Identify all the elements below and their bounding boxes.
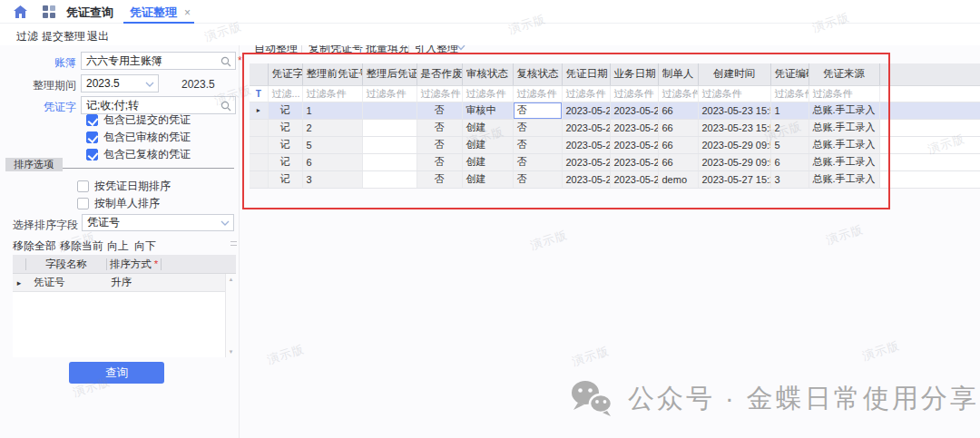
- checkbox-include-submitted[interactable]: 包含已提交的凭证: [86, 112, 191, 128]
- tab-bar: 凭证查询 凭证整理×: [0, 0, 980, 24]
- filter-cell[interactable]: 过滤条件: [770, 85, 808, 102]
- remove-all-button[interactable]: 移除全部: [13, 238, 56, 254]
- col-header[interactable]: 复核状态: [513, 63, 562, 85]
- filter-icon[interactable]: T: [250, 85, 268, 102]
- table-row[interactable]: 记 3 否 创建 否 2023-05-23 2023-05-23 demo 20…: [250, 170, 980, 188]
- filter-cell[interactable]: 过滤条件: [302, 85, 362, 102]
- col-header[interactable]: 整理前凭证号: [302, 63, 362, 85]
- close-icon[interactable]: ×: [184, 6, 191, 19]
- sort-fields-grid: 字段名称 排序方式 * ▸ 凭证号 升序 ▴▾: [13, 255, 236, 357]
- submit-organize-button[interactable]: 提交整理: [42, 29, 85, 44]
- account-book-label: 账簿: [0, 55, 76, 71]
- period-display: 2023.5: [181, 78, 215, 91]
- col-header[interactable]: 凭证字: [268, 63, 302, 85]
- sort-grid-header-field[interactable]: 字段名称: [25, 258, 106, 270]
- required-mark: *: [238, 54, 242, 67]
- chevron-down-icon[interactable]: [220, 218, 230, 229]
- sort-field-select[interactable]: 凭证号: [82, 214, 234, 231]
- filter-cell[interactable]: 过滤...: [268, 85, 302, 102]
- col-header[interactable]: 制单人: [658, 63, 698, 85]
- checkbox-icon: [86, 114, 98, 126]
- active-tab-underline: [123, 22, 194, 24]
- footer-text: 公众号 · 金蝶日常使用分享: [628, 381, 979, 417]
- col-header[interactable]: 凭证日期: [562, 63, 610, 85]
- move-up-button[interactable]: 向上: [107, 238, 129, 254]
- period-select[interactable]: 2023.5: [81, 74, 159, 92]
- query-button[interactable]: 查询: [69, 362, 164, 384]
- apps-grid-icon[interactable]: [43, 5, 55, 18]
- col-header[interactable]: 凭证编码: [770, 63, 808, 85]
- tab-voucher-query[interactable]: 凭证查询: [66, 5, 113, 21]
- checkbox-icon: [77, 198, 89, 209]
- voucher-word-field[interactable]: 记;收;付;转: [81, 96, 236, 114]
- search-icon[interactable]: [220, 101, 231, 112]
- col-header[interactable]: 业务日期: [610, 63, 658, 85]
- voucher-word-label: 凭证字: [0, 100, 76, 115]
- filter-cell[interactable]: 过滤条件: [562, 85, 610, 102]
- table-header-row: 凭证字 整理前凭证号 整理后凭证号 是否作废 审核状态 复核状态 凭证日期 业务…: [250, 63, 980, 85]
- sort-field-label: 选择排序字段: [2, 218, 78, 233]
- home-icon[interactable]: [14, 5, 27, 22]
- checkbox-sort-by-date[interactable]: 按凭证日期排序: [77, 179, 171, 194]
- col-header[interactable]: 创建时间: [698, 63, 770, 85]
- voucher-table: 凭证字 整理前凭证号 整理后凭证号 是否作废 审核状态 复核状态 凭证日期 业务…: [250, 63, 980, 189]
- checkbox-icon: [77, 180, 89, 192]
- chevron-down-icon[interactable]: [145, 79, 154, 90]
- row-indicator-icon: ▸: [13, 278, 25, 287]
- period-label: 整理期间: [0, 78, 76, 93]
- filter-cell[interactable]: 过滤条件: [513, 85, 562, 102]
- col-header[interactable]: 凭证来源: [808, 63, 879, 85]
- filter-cell[interactable]: 过滤条件: [362, 85, 416, 102]
- sort-grid-header-order[interactable]: 排序方式 *: [106, 258, 161, 270]
- filter-cell[interactable]: 过滤条件: [698, 85, 770, 102]
- sort-options-section-header: 排序选项: [5, 155, 234, 169]
- panel-divider: [239, 40, 240, 438]
- panel-resize-handle[interactable]: [230, 241, 237, 246]
- filter-cell[interactable]: 过滤条件: [808, 85, 879, 102]
- footer-branding: 公众号 · 金蝶日常使用分享: [570, 380, 979, 418]
- wechat-icon: [570, 380, 615, 418]
- col-header[interactable]: 是否作废: [416, 63, 462, 85]
- watermark: 演示版: [528, 227, 570, 254]
- table-row[interactable]: ▸ 记 1 否 审核中 否 2023-05-23 2023-05-23 66 2…: [250, 102, 980, 119]
- filter-cell[interactable]: 过滤条件: [658, 85, 698, 102]
- tab-voucher-organize[interactable]: 凭证整理×: [130, 5, 191, 21]
- col-header[interactable]: 审核状态: [462, 63, 513, 85]
- account-book-field[interactable]: 六六专用主账簿: [81, 52, 236, 70]
- table-row[interactable]: 记 2 否 创建 否 2023-05-23 2023-05-23 66 2023…: [250, 119, 980, 136]
- sort-grid-header: 字段名称 排序方式 *: [13, 255, 236, 274]
- table-row[interactable]: 记 5 否 创建 否 2023-05-29 2023-05-29 66 2023…: [250, 136, 980, 153]
- search-icon[interactable]: [220, 56, 231, 67]
- chevron-down-icon[interactable]: [456, 44, 466, 52]
- scroll-up-icon[interactable]: ▴: [226, 276, 236, 283]
- sort-grid-row[interactable]: ▸ 凭证号 升序: [13, 274, 236, 292]
- main-toolbar: 过滤 提交整理 退出: [0, 24, 980, 45]
- filter-row: T 过滤... 过滤条件 过滤条件 过滤条件 过滤条件 过滤条件 过滤条件 过滤…: [250, 85, 980, 102]
- scroll-down-icon[interactable]: ▾: [226, 348, 236, 355]
- remove-current-button[interactable]: 移除当前: [60, 238, 103, 254]
- filter-button[interactable]: 过滤: [16, 29, 38, 44]
- col-header[interactable]: 整理后凭证号: [362, 63, 416, 85]
- watermark: 演示版: [570, 343, 612, 370]
- exit-button[interactable]: 退出: [87, 29, 109, 44]
- filter-cell[interactable]: 过滤条件: [462, 85, 513, 102]
- focused-cell[interactable]: 否: [513, 102, 562, 119]
- scrollbar[interactable]: ▴▾: [225, 274, 236, 357]
- watermark: 演示版: [860, 337, 902, 365]
- filter-cell[interactable]: 过滤条件: [610, 85, 658, 102]
- move-down-button[interactable]: 向下: [134, 238, 156, 254]
- filter-cell[interactable]: 过滤条件: [416, 85, 462, 102]
- table-row[interactable]: 记 6 否 创建 否 2023-05-29 2023-05-29 66 2023…: [250, 153, 980, 170]
- watermark: 演示版: [824, 221, 866, 248]
- checkbox-icon: [86, 131, 98, 143]
- row-indicator-icon: ▸: [250, 102, 268, 119]
- checkbox-include-audited[interactable]: 包含已审核的凭证: [86, 130, 191, 145]
- watermark: 演示版: [265, 341, 307, 368]
- checkbox-sort-by-preparer[interactable]: 按制单人排序: [77, 196, 160, 211]
